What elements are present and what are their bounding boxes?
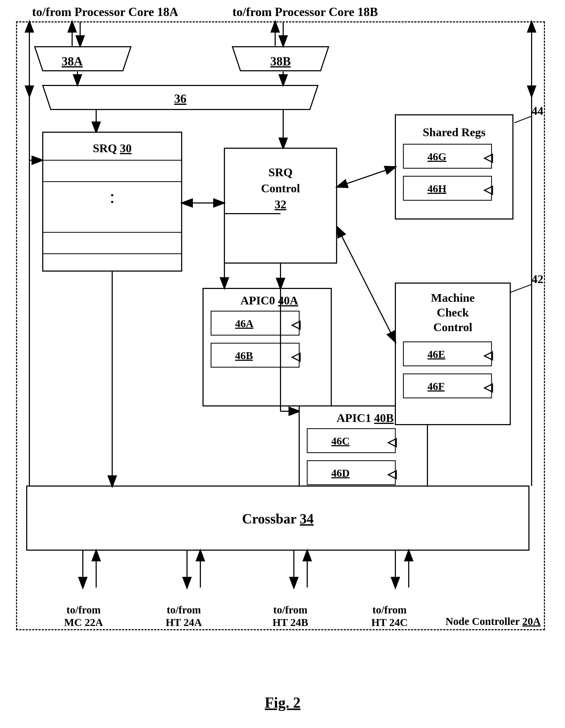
top-label-right: to/from Processor Core 18B: [232, 5, 378, 19]
node-controller-label: Node Controller 20A: [446, 615, 541, 628]
bottom-label-ht24b: to/from HT 24B: [272, 604, 308, 629]
main-box: Node Controller 20A: [16, 21, 545, 630]
bottom-label-ht24a: to/from HT 24A: [166, 604, 202, 629]
svg-text:Fig. 2: Fig. 2: [265, 694, 301, 711]
bottom-label-mc22a: to/from MC 22A: [64, 604, 103, 629]
top-label-left: to/from Processor Core 18A: [32, 5, 178, 19]
bottom-label-ht24c: to/from HT 24C: [371, 604, 408, 629]
